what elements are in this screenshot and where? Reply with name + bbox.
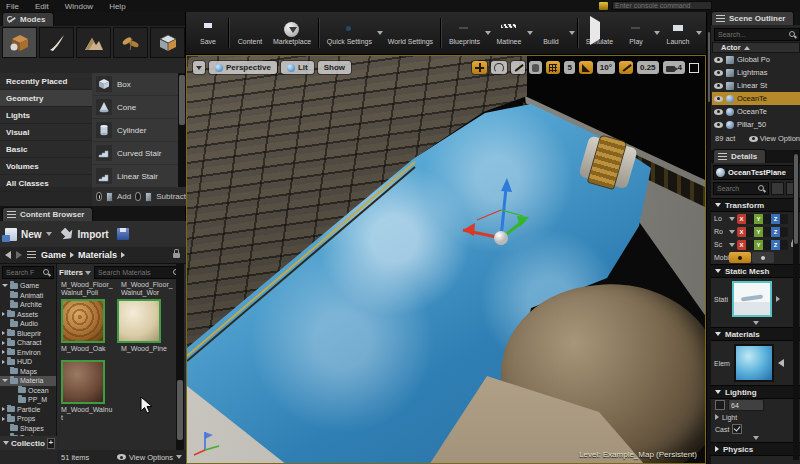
folder-game[interactable]: Game xyxy=(0,281,56,291)
static-mesh-thumbnail[interactable] xyxy=(732,281,772,317)
section-lighting[interactable]: Lighting xyxy=(711,385,800,399)
cast-shadows-checkbox[interactable] xyxy=(732,424,742,434)
category-geometry[interactable]: Geometry xyxy=(0,90,92,107)
category-visual[interactable]: Visual xyxy=(0,124,92,141)
item-linear-stair[interactable]: Linear Stair xyxy=(92,165,178,188)
rotation-caret-icon[interactable] xyxy=(729,230,735,234)
transform-gizmo[interactable] xyxy=(417,166,597,286)
folder-particles[interactable]: Particle xyxy=(0,405,56,415)
play-button[interactable]: Play xyxy=(618,20,654,47)
folder-maps[interactable]: Maps xyxy=(0,367,56,377)
item-cylinder[interactable]: Cylinder xyxy=(92,119,178,142)
visibility-icon[interactable] xyxy=(714,70,723,76)
coordinate-space-button[interactable] xyxy=(529,61,542,74)
scale-snap-value[interactable]: 0.25 xyxy=(637,61,659,74)
translate-tool-button[interactable] xyxy=(472,61,487,74)
details-display-button[interactable] xyxy=(771,182,784,195)
light-subsection[interactable]: Light xyxy=(711,411,800,423)
folder-hud[interactable]: HUD xyxy=(0,357,56,367)
maximize-viewport-button[interactable] xyxy=(689,63,699,73)
visibility-icon[interactable] xyxy=(714,122,723,128)
rotation-snap-toggle[interactable] xyxy=(579,61,593,74)
collections-bar[interactable]: Collectio + xyxy=(0,436,57,450)
world-settings-button[interactable]: World Settings xyxy=(383,20,438,47)
tab-details[interactable]: Details xyxy=(713,149,766,163)
scale-caret-icon[interactable] xyxy=(729,243,735,247)
lighting-checkbox[interactable] xyxy=(715,400,725,410)
asset-label[interactable]: M_Wood_Walnut xyxy=(61,406,113,422)
visibility-icon[interactable] xyxy=(714,57,723,63)
expand-advanced-button[interactable] xyxy=(711,435,800,442)
asset-thumbnail-walnut[interactable] xyxy=(61,360,105,404)
breadcrumb-materials[interactable]: Materials xyxy=(78,250,117,260)
folder-character[interactable]: Charact xyxy=(0,338,56,348)
simulate-button[interactable]: Simulate xyxy=(581,20,618,47)
tab-scene-outliner[interactable]: Scene Outliner xyxy=(711,11,794,25)
folder-architecture[interactable]: Archite xyxy=(0,300,56,310)
tab-modes[interactable]: Modes xyxy=(2,12,54,26)
blueprints-button[interactable]: Blueprints xyxy=(444,20,485,47)
scale-snap-toggle[interactable] xyxy=(619,61,633,74)
rotate-tool-button[interactable] xyxy=(491,61,507,74)
show-button[interactable]: Show xyxy=(318,61,351,74)
rotation-snap-value[interactable]: 10° xyxy=(597,61,615,74)
mode-landscape-button[interactable] xyxy=(76,27,111,58)
visibility-icon[interactable] xyxy=(714,83,723,89)
outliner-row-oceantestplane[interactable]: OceanTe xyxy=(712,92,800,105)
menu-help[interactable]: Help xyxy=(109,2,125,11)
new-button[interactable]: New xyxy=(5,228,52,241)
folder-environment[interactable]: Environ xyxy=(0,348,56,358)
outliner-search-input[interactable] xyxy=(715,29,799,40)
expand-advanced-button[interactable] xyxy=(711,320,800,327)
rotation-xyz[interactable]: XYZ xyxy=(737,227,788,237)
category-volumes[interactable]: Volumes xyxy=(0,158,92,175)
category-lights[interactable]: Lights xyxy=(0,107,92,124)
outliner-row-pillar[interactable]: Pillar_50 xyxy=(712,118,800,131)
grid-snap-value[interactable]: 5 xyxy=(564,61,574,74)
folder-shapes[interactable]: Shapes xyxy=(0,424,56,434)
grid-snap-toggle[interactable] xyxy=(546,61,560,74)
lock-icon[interactable] xyxy=(173,253,180,258)
folder-props[interactable]: Props xyxy=(0,414,56,424)
add-collection-button[interactable]: + xyxy=(47,438,55,449)
scale-xyz[interactable]: XYZ xyxy=(737,240,788,250)
location-caret-icon[interactable] xyxy=(729,217,735,221)
outliner-row-globalpostprocess[interactable]: Global Po xyxy=(712,53,800,66)
section-materials[interactable]: Materials xyxy=(711,327,800,341)
folder-pp-m[interactable]: PP_M xyxy=(0,395,56,405)
category-all-classes[interactable]: All Classes xyxy=(0,175,92,192)
back-icon[interactable] xyxy=(5,251,11,259)
mode-paint-button[interactable] xyxy=(39,27,74,58)
details-scrollbar[interactable] xyxy=(793,150,799,460)
mode-foliage-button[interactable] xyxy=(113,27,148,58)
category-recently-placed[interactable]: Recently Placed xyxy=(0,73,92,90)
perspective-button[interactable]: Perspective xyxy=(209,61,277,74)
modes-scrollbar[interactable] xyxy=(178,73,186,187)
material-thumbnail[interactable] xyxy=(734,344,774,382)
import-button[interactable]: Import xyxy=(60,228,109,240)
asset-label[interactable]: M_Wood_Floor_Walnut_Poli xyxy=(61,281,113,297)
folder-ocean[interactable]: Ocean xyxy=(0,386,56,396)
lightmap-resolution-input[interactable] xyxy=(729,400,763,410)
mode-place-button[interactable] xyxy=(2,27,37,58)
item-cone[interactable]: Cone xyxy=(92,96,178,119)
breadcrumb-game[interactable]: Game xyxy=(41,250,66,260)
content-button[interactable]: Content xyxy=(232,20,268,47)
subtract-radio[interactable] xyxy=(135,192,141,201)
section-transform[interactable]: Transform xyxy=(711,198,800,212)
asset-thumbnail-pine[interactable] xyxy=(117,299,161,343)
asset-label[interactable]: M_Wood_Oak xyxy=(61,345,113,354)
outliner-row-oceantest[interactable]: OceanTe xyxy=(712,105,800,118)
view-options-button[interactable]: View Options xyxy=(117,453,182,462)
folder-blueprints[interactable]: Blueprir xyxy=(0,329,56,339)
find-in-browser-icon[interactable] xyxy=(778,359,784,367)
viewport[interactable]: Perspective Lit Show 5 10° 0.25 4 xyxy=(186,55,706,464)
add-radio[interactable] xyxy=(96,192,102,201)
console-command-input[interactable] xyxy=(612,1,712,10)
item-curved-stair[interactable]: Curved Stair xyxy=(92,142,178,165)
folder-audio[interactable]: Audio xyxy=(0,319,56,329)
category-basic[interactable]: Basic xyxy=(0,141,92,158)
item-box[interactable]: Box xyxy=(92,73,178,96)
mobility-static-button[interactable] xyxy=(729,252,751,263)
search-assets-input[interactable] xyxy=(95,267,183,278)
